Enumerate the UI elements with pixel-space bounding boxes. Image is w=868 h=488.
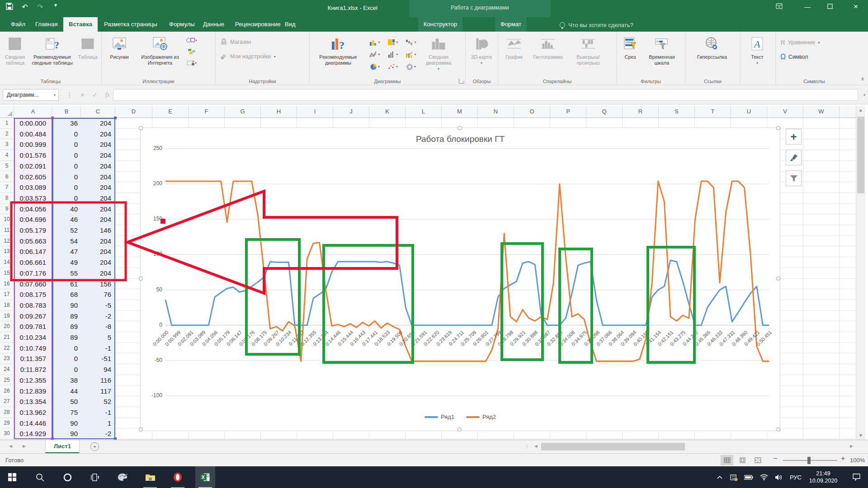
timeline-button[interactable]: Временная шкала — [642, 33, 682, 75]
chart-selection-handle[interactable] — [139, 126, 143, 130]
chart-selection-handle[interactable] — [776, 277, 780, 281]
map3d-button[interactable]: 3D-карта ▾ — [467, 33, 495, 75]
column-header-E[interactable]: E — [152, 106, 189, 117]
chart-styles-button[interactable] — [786, 150, 802, 165]
column-header-P[interactable]: P — [550, 106, 586, 117]
cell-A17[interactable]: 0:08.175 — [14, 290, 46, 300]
equation-button[interactable]: π Уравнение ▾ — [778, 37, 822, 48]
cell-A19[interactable]: 0:09.267 — [14, 311, 46, 322]
row-header-4[interactable]: 4 — [0, 150, 14, 161]
wifi-tray-icon[interactable] — [757, 466, 771, 488]
chart-selection-handle[interactable] — [776, 126, 780, 130]
cell-C27[interactable]: 52 — [81, 397, 111, 408]
cell-A18[interactable]: 0:08.783 — [14, 300, 46, 311]
column-header-L[interactable]: L — [406, 106, 442, 117]
qat-customize-icon[interactable]: ▼ — [50, 3, 61, 8]
language-indicator[interactable]: РУС — [788, 466, 804, 488]
row-header-23[interactable]: 23 — [0, 353, 14, 364]
tab-chart-format[interactable]: Формат — [495, 17, 527, 32]
cell-B29[interactable]: 90 — [52, 418, 78, 429]
cell-A26[interactable]: 0:12.839 — [14, 386, 46, 397]
cell-C28[interactable]: -1 — [81, 408, 111, 418]
cell-C18[interactable]: -5 — [81, 300, 111, 311]
undo-icon[interactable]: ↶ — [19, 3, 31, 11]
name-box[interactable]: Диаграмм... ▾ — [3, 89, 59, 101]
row-header-5[interactable]: 5 — [0, 161, 14, 172]
tab-data[interactable]: Данные — [198, 17, 230, 32]
cell-A30[interactable]: 0:14.929 — [14, 429, 46, 440]
cell-A23[interactable]: 0:11.357 — [14, 354, 46, 365]
bar-chart-icon[interactable]: ▾ — [384, 48, 402, 61]
chart-selection-handle[interactable] — [458, 126, 462, 130]
cell-C29[interactable]: 1 — [81, 418, 111, 429]
row-header-21[interactable]: 21 — [0, 332, 14, 343]
cell-C10[interactable]: 204 — [81, 215, 111, 225]
store-button[interactable]: Магазин — [217, 37, 254, 47]
battery-tray-icon[interactable] — [741, 466, 756, 488]
column-chart-icon[interactable]: ▾ — [366, 36, 384, 48]
cell-B22[interactable]: 0 — [52, 343, 78, 354]
cell-A28[interactable]: 0:13.962 — [14, 408, 46, 418]
cell-A11[interactable]: 0:05.179 — [14, 225, 46, 236]
cell-C19[interactable]: -2 — [81, 311, 111, 322]
scroll-down-icon[interactable]: ▼ — [856, 433, 865, 438]
tab-insert[interactable]: Вставка — [63, 17, 98, 32]
cell-C17[interactable]: 76 — [81, 290, 111, 300]
tab-review[interactable]: Рецензирование — [230, 17, 286, 32]
column-header-U[interactable]: U — [731, 106, 767, 117]
start-button[interactable] — [2, 466, 22, 488]
horizontal-scrollbar[interactable] — [540, 442, 846, 451]
pivot-chart-button[interactable]: Сводная диаграмма ▾ — [421, 33, 456, 75]
text-button[interactable]: A Текст ▾ — [742, 33, 772, 75]
row-header-8[interactable]: 8 — [0, 193, 14, 204]
cell-B17[interactable]: 68 — [52, 290, 78, 300]
volume-tray-icon[interactable] — [771, 466, 787, 488]
cell-B7[interactable]: 0 — [52, 183, 78, 193]
cell-C14[interactable]: 204 — [81, 258, 111, 268]
cell-B6[interactable]: 0 — [52, 172, 78, 183]
row-header-3[interactable]: 3 — [0, 139, 14, 150]
column-header-N[interactable]: N — [478, 106, 514, 117]
cell-B20[interactable]: 89 — [52, 322, 78, 333]
row-header-24[interactable]: 24 — [0, 364, 14, 375]
sheet-tab-list1[interactable]: Лист1 — [45, 440, 80, 453]
cell-B19[interactable]: 89 — [52, 311, 78, 322]
column-header-C[interactable]: C — [81, 106, 115, 117]
cell-B25[interactable]: 38 — [52, 375, 78, 386]
cell-B18[interactable]: 90 — [52, 300, 78, 311]
cell-B8[interactable]: 0 — [52, 193, 78, 204]
sync-tray-icon[interactable] — [727, 466, 741, 488]
minimize-button[interactable]: — — [797, 0, 818, 14]
cell-C7[interactable]: 204 — [81, 183, 111, 193]
cell-C22[interactable]: -1 — [81, 343, 111, 354]
column-header-J[interactable]: J — [333, 106, 369, 117]
row-header-7[interactable]: 7 — [0, 182, 14, 193]
save-icon[interactable] — [4, 3, 15, 12]
online-pictures-button[interactable]: Изображения из Интернета — [135, 33, 185, 75]
cell-C23[interactable]: -51 — [81, 354, 111, 365]
chart-selection-handle[interactable] — [139, 277, 143, 281]
chart-selection-handle[interactable] — [776, 427, 780, 432]
legend-item-Ряд1[interactable]: Ряд1 — [425, 413, 454, 420]
tab-home[interactable]: Главная — [30, 17, 63, 32]
taskbar-clock[interactable]: 21:49 10.09.2020 — [804, 466, 843, 488]
hierarchy-chart-icon[interactable]: ▾ — [384, 36, 402, 48]
recommended-charts-button[interactable]: ? Рекомендуемые диаграммы — [311, 33, 365, 75]
opera-app-icon[interactable] — [168, 466, 188, 488]
zoom-in-icon[interactable]: + — [841, 455, 845, 463]
cell-C21[interactable]: 5 — [81, 333, 111, 343]
column-header-V[interactable]: V — [767, 106, 803, 117]
tell-me-box[interactable]: Что вы хотите сделать? — [560, 20, 633, 30]
my-addins-button[interactable]: Мои надстройки ▾ — [217, 52, 278, 61]
row-header-18[interactable]: 18 — [0, 300, 14, 311]
row-header-28[interactable]: 28 — [0, 407, 14, 418]
sheet-nav-left-icon[interactable]: ◄ — [8, 443, 13, 449]
cell-B11[interactable]: 52 — [52, 225, 78, 236]
ribbon-display-options-icon[interactable] — [769, 0, 789, 14]
redo-icon[interactable]: ↷ — [34, 3, 46, 11]
zoom-level[interactable]: 100% — [850, 457, 865, 464]
sparkline-line-button[interactable]: График — [500, 33, 528, 75]
hyperlink-button[interactable]: Гиперссылка — [687, 33, 737, 75]
row-header-11[interactable]: 11 — [0, 225, 14, 236]
cell-A12[interactable]: 0:05.663 — [14, 236, 46, 247]
